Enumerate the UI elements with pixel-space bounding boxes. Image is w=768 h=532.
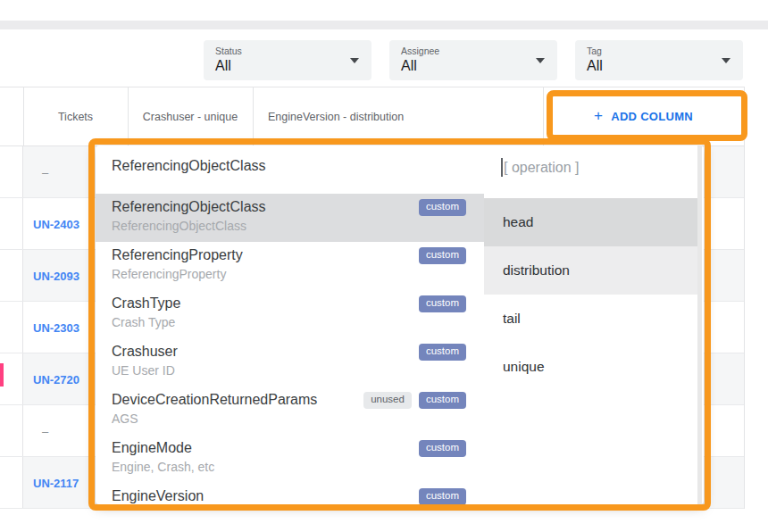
custom-badge: custom [419, 295, 466, 312]
operation-option-distribution[interactable]: distribution [484, 246, 697, 295]
ticket-link[interactable]: UN-2403 [33, 217, 79, 230]
ticket-link[interactable]: UN-2117 [33, 476, 79, 489]
field-name: DeviceCreationReturnedParams [112, 392, 317, 408]
filter-label: Status [215, 46, 242, 56]
text-cursor [501, 158, 503, 177]
row-select-cell[interactable] [0, 146, 23, 197]
operation-option-tail[interactable]: tail [484, 295, 697, 343]
column-header-tickets: Tickets [23, 87, 128, 145]
table-right-border [744, 87, 745, 509]
column-divider [253, 87, 254, 145]
chevron-down-icon [722, 58, 730, 63]
custom-badge: custom [419, 344, 466, 361]
field-option-crashtype[interactable]: CrashType custom Crash Type [96, 290, 484, 338]
row-select-cell[interactable] [0, 405, 23, 456]
field-description: AGS [112, 411, 466, 426]
filter-value: All [215, 58, 231, 74]
operation-pane: head distribution tail unique [484, 145, 697, 504]
column-divider [23, 87, 24, 145]
custom-badge: custom [419, 488, 466, 504]
field-name: CrashType [112, 295, 180, 312]
custom-badge: custom [419, 199, 466, 216]
ticket-link[interactable]: UN-2720 [33, 372, 79, 386]
ticket-link[interactable]: UN-2303 [33, 320, 79, 334]
add-column-button[interactable]: + ADD COLUMN [543, 87, 744, 145]
ticket-cell-empty: – [42, 424, 48, 437]
field-option-referencingproperty[interactable]: ReferencingProperty custom ReferencingPr… [96, 242, 484, 290]
field-list-pane: ReferencingObjectClass custom Referencin… [96, 145, 484, 504]
field-description: UE User ID [112, 363, 466, 378]
field-description: Crash Type [112, 315, 466, 329]
custom-badge: custom [419, 440, 466, 457]
operation-option-unique[interactable]: unique [484, 343, 697, 391]
filter-value: All [401, 58, 417, 74]
chevron-down-icon [350, 58, 359, 63]
field-option-enginemode[interactable]: EngineMode custom Engine, Crash, etc [96, 435, 484, 483]
top-divider-strip [0, 21, 768, 29]
field-name: ReferencingObjectClass [112, 199, 266, 215]
custom-badge: custom [419, 392, 466, 409]
field-option-referencingobjectclass[interactable]: ReferencingObjectClass custom Referencin… [96, 194, 484, 242]
row-select-cell[interactable] [0, 198, 23, 249]
chevron-down-icon [536, 58, 545, 63]
row-select-cell[interactable] [0, 250, 23, 301]
field-description: ReferencingProperty [112, 267, 466, 281]
table-header: Tickets Crashuser - unique EngineVersion… [0, 87, 744, 146]
column-header-engineversion: EngineVersion - distribution [253, 87, 543, 145]
ticket-cell-empty: – [42, 165, 48, 179]
field-name: EngineMode [112, 440, 192, 456]
unused-badge: unused [363, 392, 412, 409]
field-name: Crashuser [112, 344, 178, 360]
field-name: EngineVersion [112, 488, 204, 504]
popup-scrollbar[interactable] [697, 145, 702, 504]
field-option-engineversion[interactable]: EngineVersion custom [96, 483, 484, 504]
field-description: Engine, Crash, etc [112, 460, 466, 474]
row-highlight-marker [0, 363, 4, 387]
filter-label: Assignee [401, 46, 439, 56]
filter-value: All [587, 58, 603, 74]
ticket-link[interactable]: UN-2093 [33, 269, 79, 282]
row-select-cell[interactable] [0, 302, 23, 353]
operation-input[interactable] [504, 160, 673, 176]
column-divider [543, 87, 544, 145]
tickets-page: Status All Assignee All Tag All Tickets … [0, 0, 768, 532]
field-option-crashuser[interactable]: Crashuser custom UE User ID [96, 338, 484, 387]
filter-label: Tag [587, 46, 602, 56]
status-filter-dropdown[interactable]: Status All [204, 40, 371, 80]
field-search-input[interactable] [112, 158, 460, 174]
tag-filter-dropdown[interactable]: Tag All [575, 40, 743, 80]
field-option-devicecreationreturnedparams[interactable]: DeviceCreationReturnedParams unused cust… [96, 387, 484, 435]
custom-badge: custom [419, 247, 466, 264]
plus-icon: + [594, 107, 603, 125]
field-description: ReferencingObjectClass [112, 219, 466, 233]
add-column-label: ADD COLUMN [611, 110, 693, 123]
column-divider [128, 87, 129, 145]
add-column-popup: ReferencingObjectClass custom Referencin… [96, 145, 704, 504]
row-select-cell[interactable] [0, 457, 23, 508]
assignee-filter-dropdown[interactable]: Assignee All [389, 40, 557, 80]
field-name: ReferencingProperty [112, 247, 243, 263]
operation-option-head[interactable]: head [484, 198, 697, 246]
column-header-crashuser: Crashuser - unique [128, 87, 253, 145]
